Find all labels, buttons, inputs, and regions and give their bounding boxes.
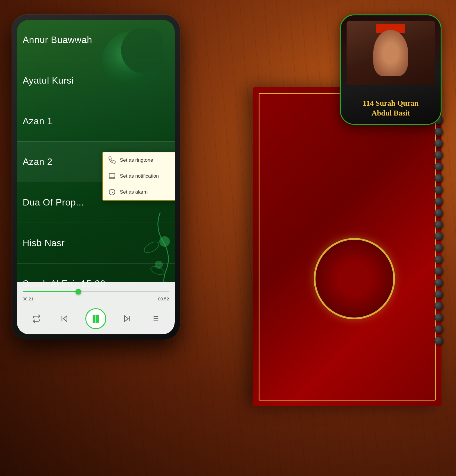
bead [435, 174, 443, 182]
reader-face-image [347, 21, 435, 85]
notification-label: Set as notification [120, 173, 159, 179]
phone-icon [108, 156, 116, 164]
song-title-1: Annur Buawwah [23, 35, 92, 45]
time-total: 00.52 [158, 296, 169, 301]
app-icon-line2: Abdul Basit [372, 109, 410, 117]
phone-device: Annur Buawwah Ayatul Kursi Azan 1 Azan 2… [12, 15, 180, 340]
svg-rect-16 [93, 315, 95, 322]
svg-line-13 [114, 190, 115, 190]
bead [435, 302, 443, 310]
phone-shell: Annur Buawwah Ayatul Kursi Azan 1 Azan 2… [12, 15, 180, 340]
progress-track [23, 291, 169, 292]
bead [435, 244, 443, 252]
bead [435, 151, 443, 159]
repeat-button[interactable] [30, 312, 44, 326]
app-icon-line1: 114 Surah Quran [363, 99, 419, 107]
pause-button[interactable] [85, 308, 106, 329]
set-ringtone-option[interactable]: Set as ringtone [103, 152, 175, 168]
skip-forward-button[interactable] [120, 312, 134, 326]
player-controls: 00.21 00.52 [17, 282, 175, 334]
bead [435, 337, 443, 345]
notification-icon [108, 172, 116, 180]
bead [435, 313, 443, 322]
song-title-6: Hisb Nasr [23, 238, 65, 248]
app-icon-title-container: 114 Surah Quran Abdul Basit [341, 98, 441, 118]
app-icon-title: 114 Surah Quran Abdul Basit [341, 98, 441, 118]
set-notification-option[interactable]: Set as notification [103, 168, 175, 184]
ringtone-label: Set as ringtone [120, 157, 153, 163]
bead [435, 325, 443, 333]
svg-marker-14 [63, 316, 67, 322]
progress-thumb[interactable] [75, 289, 81, 295]
bead [435, 221, 443, 229]
song-item-2[interactable]: Ayatul Kursi [17, 60, 175, 101]
bead [435, 279, 443, 287]
playlist-button[interactable] [148, 312, 162, 326]
song-title-5: Dua Of Prop... [23, 197, 84, 208]
progress-bar-container[interactable]: 00.21 00.52 [23, 287, 169, 301]
bead [435, 163, 443, 171]
bead [435, 255, 443, 264]
progress-fill [23, 291, 78, 292]
bead [435, 128, 443, 136]
song-list: Annur Buawwah Ayatul Kursi Azan 1 Azan 2… [17, 20, 175, 282]
bead [435, 209, 443, 217]
svg-rect-7 [109, 173, 115, 178]
alarm-label: Set as alarm [120, 189, 147, 195]
phone-screen: Annur Buawwah Ayatul Kursi Azan 1 Azan 2… [17, 20, 175, 334]
bead [435, 139, 443, 147]
playback-controls [17, 308, 175, 329]
song-item-3[interactable]: Azan 1 [17, 101, 175, 142]
context-menu: Set as ringtone Set as notification [102, 152, 175, 201]
skip-back-button[interactable] [57, 312, 71, 326]
alarm-icon [108, 188, 116, 196]
svg-marker-18 [125, 316, 128, 322]
bead [435, 186, 443, 194]
song-item-6[interactable]: Hisb Nasr [17, 223, 175, 264]
quran-medallion [314, 238, 395, 319]
svg-line-12 [110, 190, 110, 190]
bead [435, 267, 443, 275]
time-current: 00.21 [23, 296, 34, 301]
quran-book [253, 87, 441, 406]
set-alarm-option[interactable]: Set as alarm [103, 184, 175, 200]
app-icon[interactable]: 114 Surah Quran Abdul Basit [340, 15, 441, 125]
svg-rect-17 [97, 315, 98, 322]
song-title-3: Azan 1 [23, 116, 53, 127]
song-item-1[interactable]: Annur Buawwah [17, 20, 175, 60]
prayer-beads [430, 116, 447, 377]
song-title-2: Ayatul Kursi [23, 75, 74, 86]
bead [435, 232, 443, 240]
bead [435, 290, 443, 298]
bead [435, 197, 443, 205]
song-title-4: Azan 2 [23, 156, 53, 167]
